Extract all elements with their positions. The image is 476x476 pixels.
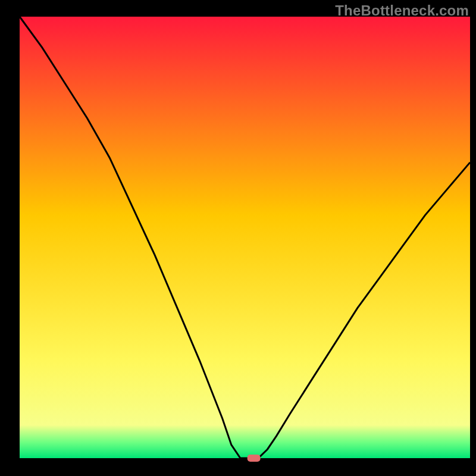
axis-left: [17, 17, 20, 461]
optimum-marker: [248, 455, 261, 462]
bottleneck-chart: [0, 0, 476, 476]
chart-container: TheBottleneck.com: [0, 0, 476, 476]
watermark-text: TheBottleneck.com: [335, 2, 469, 19]
plot-background: [20, 17, 470, 458]
